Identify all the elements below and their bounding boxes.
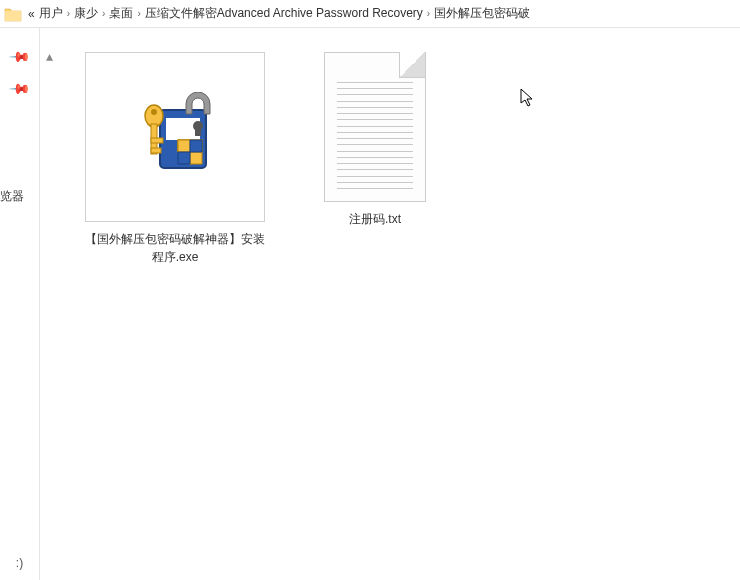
breadcrumb-overflow[interactable]: « xyxy=(28,7,35,21)
main-area: 📌 📌 览器 :) ▴ xyxy=(0,28,740,580)
chevron-right-icon: › xyxy=(67,8,70,19)
breadcrumb-item[interactable]: 用户 xyxy=(39,5,63,22)
txt-thumbnail xyxy=(324,52,426,202)
breadcrumb[interactable]: « 用户 › 康少 › 桌面 › 压缩文件解密Advanced Archive … xyxy=(28,5,530,22)
file-label: 【国外解压包密码破解神器】安装程序.exe xyxy=(80,230,270,266)
breadcrumb-bar: « 用户 › 康少 › 桌面 › 压缩文件解密Advanced Archive … xyxy=(0,0,740,28)
pin-icon[interactable]: 📌 xyxy=(8,76,31,99)
file-item[interactable]: 【国外解压包密码破解神器】安装程序.exe xyxy=(80,52,270,266)
chevron-right-icon: › xyxy=(427,8,430,19)
folder-icon xyxy=(4,5,22,23)
breadcrumb-item[interactable]: 国外解压包密码破 xyxy=(434,5,530,22)
collapse-arrow-icon[interactable]: ▴ xyxy=(46,48,53,64)
nav-pane-label: 览器 xyxy=(0,188,40,205)
breadcrumb-item[interactable]: 桌面 xyxy=(109,5,133,22)
svg-rect-7 xyxy=(151,138,163,143)
file-label: 注册码.txt xyxy=(349,210,401,228)
breadcrumb-item[interactable]: 压缩文件解密Advanced Archive Password Recovery xyxy=(145,5,423,22)
page-fold-icon xyxy=(399,52,425,78)
chevron-right-icon: › xyxy=(137,8,140,19)
svg-rect-8 xyxy=(151,148,161,153)
file-item[interactable]: 注册码.txt xyxy=(310,52,440,266)
exe-thumbnail xyxy=(85,52,265,222)
svg-point-5 xyxy=(151,109,157,115)
pin-icon[interactable]: 📌 xyxy=(8,44,31,67)
svg-rect-3 xyxy=(195,126,201,136)
file-content-area[interactable]: ▴ xyxy=(40,28,740,580)
app-icon xyxy=(130,92,220,182)
breadcrumb-item[interactable]: 康少 xyxy=(74,5,98,22)
chevron-right-icon: › xyxy=(102,8,105,19)
status-face: :) xyxy=(0,556,39,570)
left-rail: 📌 📌 览器 :) xyxy=(0,28,40,580)
text-lines-icon xyxy=(337,82,413,189)
